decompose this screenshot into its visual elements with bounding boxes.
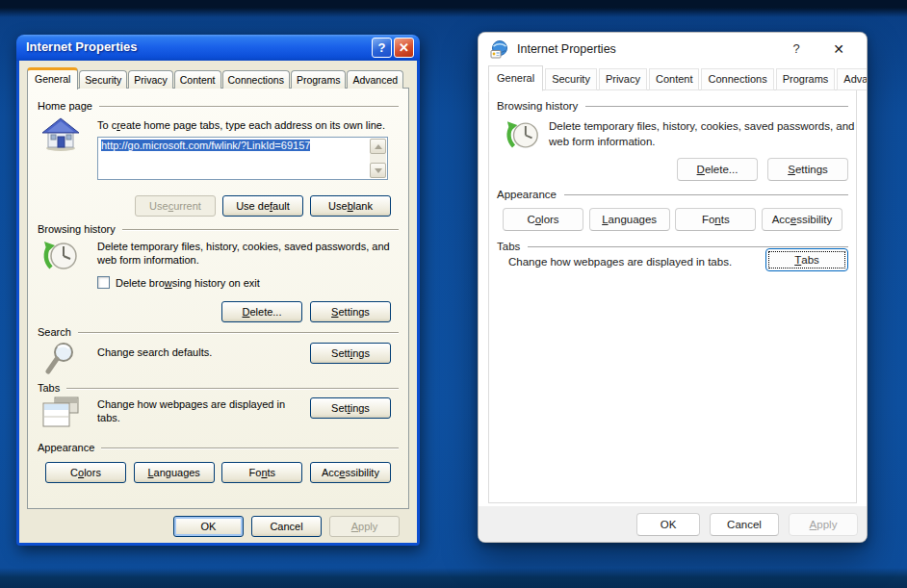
apply-button[interactable]: Apply	[789, 513, 858, 536]
browsing-history-icon	[505, 117, 541, 153]
fonts-button[interactable]: Fonts	[221, 462, 302, 483]
apply-button[interactable]: Apply	[329, 516, 400, 537]
search-description: Change search defaults.	[97, 346, 212, 358]
browsing-history-buttons-row: Delete... Settings	[677, 158, 848, 181]
xp-titlebar[interactable]: Internet Properties ? ✕	[16, 35, 420, 61]
fonts-button[interactable]: Fonts	[675, 208, 756, 231]
xp-general-tab-panel: Home page To create home page tabs, type…	[27, 88, 409, 509]
appearance-group-label: Appearance	[497, 189, 557, 200]
group-divider-line	[99, 106, 399, 107]
home-page-group-header: Home page	[38, 100, 399, 112]
delete-button[interactable]: Delete...	[221, 301, 302, 322]
homepage-url-textarea[interactable]: http://go.microsoft.com/fwlink/?LinkId=6…	[97, 137, 388, 180]
accessibility-button[interactable]: Accessibility	[310, 462, 391, 483]
home-page-instruction: To create home page tabs, type each addr…	[97, 119, 398, 131]
tab-connections[interactable]: Connections	[701, 68, 773, 90]
tab-privacy[interactable]: Privacy	[599, 68, 647, 90]
xp-footer-buttons: OK Cancel Apply	[173, 516, 400, 537]
arrow-up-icon	[375, 144, 382, 149]
tab-connections[interactable]: Connections	[222, 70, 290, 89]
tab-security[interactable]: Security	[545, 68, 597, 90]
close-button[interactable]: ✕	[394, 38, 414, 58]
cancel-button[interactable]: Cancel	[251, 516, 322, 537]
tab-programs[interactable]: Programs	[776, 68, 836, 90]
browsing-history-group-label: Browsing history	[38, 223, 116, 235]
delete-button[interactable]: Delete...	[677, 158, 758, 181]
group-divider-line	[66, 388, 399, 389]
xp-window-controls: ? ✕	[372, 38, 414, 58]
tabs-group-label: Tabs	[497, 241, 520, 252]
colors-button[interactable]: Colors	[503, 208, 583, 231]
accessibility-button[interactable]: Accessibility	[762, 208, 842, 231]
w11-titlebar[interactable]: Internet Properties ? ✕	[479, 33, 867, 65]
appearance-buttons-row: Colors Languages Fonts Accessibility	[45, 462, 391, 483]
group-divider-line	[528, 246, 848, 247]
appearance-group-label: Appearance	[38, 442, 94, 453]
use-default-button[interactable]: Use default	[222, 195, 303, 217]
close-button[interactable]: ✕	[820, 33, 857, 65]
browsing-history-group-header: Browsing history	[38, 223, 399, 235]
group-divider-line	[101, 447, 399, 448]
w11-footer-buttons: OK Cancel Apply	[479, 506, 867, 542]
scroll-up-button[interactable]	[370, 139, 386, 154]
ok-button[interactable]: OK	[636, 513, 700, 536]
browsing-history-description: Delete temporary files, history, cookies…	[97, 240, 394, 267]
browsing-history-group-label: Browsing history	[497, 100, 578, 112]
scroll-down-button[interactable]	[370, 163, 386, 178]
help-button[interactable]: ?	[372, 38, 392, 58]
tabs-button[interactable]: Tabs	[765, 248, 848, 271]
tab-general[interactable]: General	[488, 65, 543, 91]
w11-internet-properties-dialog: Internet Properties ? ✕ GeneralSecurityP…	[478, 32, 868, 543]
search-magnifier-icon	[43, 340, 78, 378]
use-current-button[interactable]: Use current	[135, 195, 216, 217]
search-group-header: Search	[38, 326, 399, 338]
ok-button[interactable]: OK	[173, 516, 244, 537]
home-page-buttons-row: Use current Use default Use blank	[135, 195, 391, 217]
w11-window-title: Internet Properties	[517, 33, 616, 65]
browsing-history-buttons-row: Delete... Settings	[221, 301, 391, 322]
group-divider-line	[585, 106, 848, 107]
appearance-group-header: Appearance	[38, 442, 399, 453]
search-settings-button[interactable]: Settings	[310, 343, 391, 364]
browsing-history-description: Delete temporary files, history, cookies…	[549, 118, 857, 149]
tab-general[interactable]: General	[27, 67, 78, 89]
tab-security[interactable]: Security	[79, 70, 127, 89]
languages-button[interactable]: Languages	[134, 462, 215, 483]
group-divider-line	[564, 194, 848, 195]
appearance-buttons-row: Colors Languages Fonts Accessibility	[503, 208, 842, 231]
tabs-description: Change how webpages are displayed in tab…	[508, 256, 732, 268]
xp-tab-strip: GeneralSecurityPrivacyContentConnections…	[27, 67, 417, 89]
xp-internet-properties-dialog: Internet Properties ? ✕ GeneralSecurityP…	[16, 35, 420, 546]
browsing-history-icon	[41, 238, 80, 274]
tab-advanced[interactable]: Advanced	[347, 70, 403, 89]
tab-content[interactable]: Content	[174, 70, 221, 89]
xp-window-title: Internet Properties	[26, 35, 138, 60]
browsing-history-settings-button[interactable]: Settings	[767, 158, 848, 181]
tabs-settings-button[interactable]: Settings	[310, 397, 391, 419]
use-blank-button[interactable]: Use blank	[310, 195, 391, 217]
tabs-windows-icon	[41, 396, 80, 430]
group-divider-line	[78, 332, 399, 333]
tabs-group-header: Tabs	[38, 382, 399, 394]
colors-button[interactable]: Colors	[45, 462, 126, 483]
help-button[interactable]: ?	[782, 33, 811, 65]
browsing-history-settings-button[interactable]: Settings	[310, 301, 391, 322]
home-house-icon	[41, 117, 80, 152]
home-page-group-label: Home page	[38, 100, 92, 112]
languages-button[interactable]: Languages	[589, 208, 670, 231]
tab-advanced[interactable]: Advanced	[837, 68, 868, 90]
tab-privacy[interactable]: Privacy	[128, 70, 172, 89]
search-group-label: Search	[38, 326, 71, 338]
tab-content[interactable]: Content	[649, 68, 700, 90]
desktop: { "desktop": { "background_color": "#0d4…	[0, 0, 907, 588]
homepage-url-selected-text: http://go.microsoft.com/fwlink/?LinkId=6…	[101, 140, 310, 151]
cancel-button[interactable]: Cancel	[710, 513, 779, 536]
tabs-description: Change how webpages are displayed in tab…	[97, 397, 299, 424]
browsing-history-group-header: Browsing history	[497, 100, 848, 112]
xp-dialog-body: GeneralSecurityPrivacyContentConnections…	[19, 61, 417, 543]
group-divider-line	[122, 229, 399, 230]
tab-programs[interactable]: Programs	[291, 70, 347, 89]
textarea-scrollbar[interactable]	[370, 139, 386, 178]
delete-history-checkbox[interactable]	[97, 276, 110, 289]
internet-options-globe-icon	[490, 40, 509, 59]
